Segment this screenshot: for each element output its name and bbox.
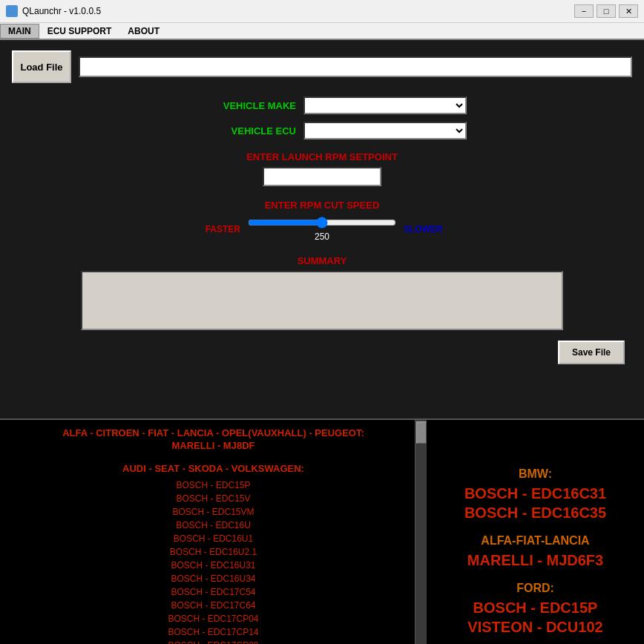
list-item: BOSCH - EDC17CP20 xyxy=(6,639,421,644)
rpm-cut-slider[interactable] xyxy=(248,217,396,229)
ford-header: FORD: xyxy=(467,582,602,595)
ford-item-2: VISTEON - DCU102 xyxy=(467,617,602,637)
rpm-section: ENTER LAUNCH RPM SETPOINT xyxy=(12,151,632,186)
close-button[interactable]: ✕ xyxy=(619,4,638,18)
menu-main[interactable]: MAIN xyxy=(0,24,39,39)
list-header-2: AUDI - SEAT - SKODA - VOLKSWAGEN: xyxy=(6,463,421,476)
form-section: VEHICLE MAKE VEHICLE ECU xyxy=(12,96,632,139)
scrollbar-thumb[interactable] xyxy=(416,421,427,444)
list-item: BOSCH - EDC17C54 xyxy=(6,585,421,599)
alfa-item-1: MARELLI - MJD6F3 xyxy=(467,551,603,570)
vehicle-make-select[interactable] xyxy=(303,96,467,114)
summary-label: SUMMARY xyxy=(298,255,347,266)
menu-bar: MAIN ECU SUPPORT ABOUT xyxy=(0,22,644,40)
ford-item-1: BOSCH - EDC15P xyxy=(467,598,602,617)
bmw-header: BMW: xyxy=(464,467,606,481)
list-item: BOSCH - EDC15P xyxy=(6,479,421,492)
info-group-ford: FORD: BOSCH - EDC15P VISTEON - DCU102 xyxy=(467,582,602,637)
scrollbar[interactable] xyxy=(415,420,427,644)
launch-rpm-input[interactable] xyxy=(263,167,381,186)
list-item: BOSCH - EDC16U31 xyxy=(6,559,421,572)
title-bar: QLaunchr - v1.0.0.5 − □ ✕ xyxy=(0,0,644,22)
right-info: BMW: BOSCH - EDC16C31 BOSCH - EDC16C35 A… xyxy=(427,420,644,644)
list-item: BOSCH - EDC16U xyxy=(6,519,421,532)
vehicle-ecu-row: VEHICLE ECU xyxy=(177,122,467,139)
rpm-cut-label: ENTER RPM CUT SPEED xyxy=(265,200,380,211)
summary-section: SUMMARY xyxy=(12,255,632,330)
alfa-header: ALFA-FIAT-LANCIA xyxy=(467,534,603,548)
slower-label: SLOWER xyxy=(404,224,448,234)
menu-about[interactable]: ABOUT xyxy=(119,24,168,39)
load-row: Load File xyxy=(12,50,632,83)
list-item: BOSCH - EDC15V xyxy=(6,492,421,505)
slider-value: 250 xyxy=(315,231,329,242)
title-bar-left: QLaunchr - v1.0.0.5 xyxy=(6,5,101,17)
list-item: BOSCH - EDC17CP04 xyxy=(6,612,421,625)
save-btn-row: Save File xyxy=(12,341,632,364)
vehicle-ecu-label: VEHICLE ECU xyxy=(177,125,296,137)
main-panel: Load File VEHICLE MAKE VEHICLE ECU ENTER… xyxy=(0,40,644,418)
list-item: BOSCH - EDC16U2.1 xyxy=(6,545,421,559)
list-item: BOSCH - EDC16U34 xyxy=(6,572,421,585)
bmw-item-2: BOSCH - EDC16C35 xyxy=(464,503,606,522)
list-header-1: ALFA - CITROEN - FIAT - LANCIA - OPEL(VA… xyxy=(6,427,421,453)
left-list: ALFA - CITROEN - FIAT - LANCIA - OPEL(VA… xyxy=(0,420,427,644)
save-file-button[interactable]: Save File xyxy=(558,341,625,364)
file-path-input[interactable] xyxy=(79,56,632,77)
app-icon xyxy=(6,5,18,17)
title-bar-controls: − □ ✕ xyxy=(574,4,638,18)
list-item: BOSCH - EDC15VM xyxy=(6,505,421,519)
list-item: BOSCH - EDC16U1 xyxy=(6,532,421,545)
slider-section: ENTER RPM CUT SPEED FASTER 250 SLOWER xyxy=(12,200,632,242)
vehicle-ecu-select[interactable] xyxy=(303,122,467,139)
slider-row: FASTER 250 SLOWER xyxy=(196,217,448,242)
vehicle-make-label: VEHICLE MAKE xyxy=(177,100,296,111)
summary-box xyxy=(81,271,563,330)
load-file-button[interactable]: Load File xyxy=(12,50,71,83)
bmw-item-1: BOSCH - EDC16C31 xyxy=(464,484,606,503)
faster-label: FASTER xyxy=(196,224,240,234)
menu-ecu-support[interactable]: ECU SUPPORT xyxy=(39,24,120,39)
bottom-panel: ALFA - CITROEN - FIAT - LANCIA - OPEL(VA… xyxy=(0,418,644,644)
info-group-alfa: ALFA-FIAT-LANCIA MARELLI - MJD6F3 xyxy=(467,534,603,570)
list-item: BOSCH - EDC17C64 xyxy=(6,599,421,612)
list-item: BOSCH - EDC17CP14 xyxy=(6,625,421,639)
app-title: QLaunchr - v1.0.0.5 xyxy=(22,6,101,16)
info-group-bmw: BMW: BOSCH - EDC16C31 BOSCH - EDC16C35 xyxy=(464,467,606,522)
restore-button[interactable]: □ xyxy=(597,4,616,18)
launch-rpm-label: ENTER LAUNCH RPM SETPOINT xyxy=(246,151,398,162)
minimize-button[interactable]: − xyxy=(574,4,594,18)
vehicle-make-row: VEHICLE MAKE xyxy=(177,96,467,114)
